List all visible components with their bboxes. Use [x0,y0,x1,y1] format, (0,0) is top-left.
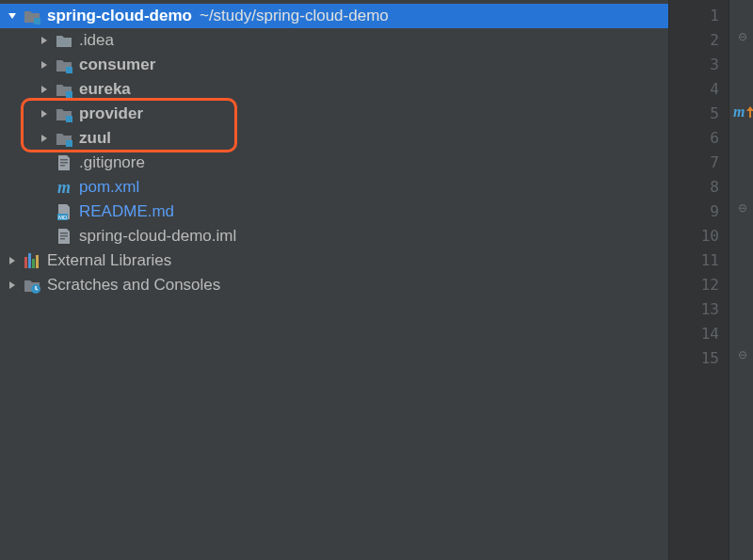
scratches-label: Scratches and Consoles [47,276,220,295]
tree-item-README-md[interactable]: MDREADME.md [0,200,668,224]
libraries-icon [23,251,41,270]
tree-item--idea[interactable]: .idea [0,28,668,53]
svg-rect-11 [60,235,68,237]
folder-grey-icon [55,31,73,50]
chevron-right-icon[interactable] [38,58,51,72]
chevron-right-icon[interactable] [6,279,19,292]
svg-rect-0 [34,18,40,24]
svg-rect-16 [36,255,39,268]
module-icon [55,104,73,123]
line-number: 6 [669,126,719,151]
line-number: 9 [669,200,719,224]
tree-item-label: spring-cloud-demo.iml [79,227,236,246]
line-number: 12 [669,273,719,297]
tree-item-label: .idea [79,31,114,50]
line-number: 4 [669,77,719,102]
module-icon [55,56,73,74]
line-number: 13 [669,297,719,322]
editor-gutter: 123456789101112131415 [668,0,729,560]
tree-item-zuul[interactable]: zuul [0,126,668,151]
file-icon [55,227,73,246]
svg-rect-15 [32,259,35,268]
tree-item-eureka[interactable]: eureka [0,77,668,102]
tree-item-label: provider [79,104,143,123]
chevron-right-icon[interactable] [38,83,51,96]
fold-mark-icon[interactable]: ⊖ [738,201,747,215]
chevron-right-icon[interactable] [38,34,51,47]
svg-rect-14 [28,253,31,268]
line-number: 1 [669,4,719,28]
file-icon [55,153,73,172]
line-number: 7 [669,151,719,175]
line-number: 10 [669,224,719,248]
scratches-icon [23,276,41,295]
tree-item-label: consumer [79,56,155,74]
line-number: 15 [669,346,719,371]
svg-rect-7 [60,165,65,167]
svg-rect-10 [60,232,68,234]
tree-item-consumer[interactable]: consumer [0,53,668,77]
line-number: 14 [669,322,719,346]
external-libraries-label: External Libraries [47,251,171,270]
svg-rect-4 [66,140,72,147]
md-icon: MD [55,202,73,221]
tree-item-label: pom.xml [79,178,139,197]
editor-marker-strip: m ⊖ ⊖ ⊖ [729,0,753,560]
svg-rect-3 [66,116,72,122]
svg-rect-1 [66,67,72,73]
svg-rect-2 [66,91,72,98]
line-number: 8 [669,175,719,200]
chevron-right-icon[interactable] [38,132,51,145]
module-icon [55,80,73,99]
tree-item-label: zuul [79,129,111,148]
tree-item-pom-xml[interactable]: mpom.xml [0,175,668,200]
svg-rect-5 [60,159,68,161]
chevron-down-icon[interactable] [6,9,19,23]
line-number: 2 [669,28,719,53]
tree-item-spring-cloud-demo-iml[interactable]: spring-cloud-demo.iml [0,224,668,248]
fold-mark-icon[interactable]: ⊖ [738,30,747,43]
line-number: 3 [669,53,719,77]
module-icon [55,129,73,148]
svg-rect-6 [60,162,68,164]
tree-item-label: README.md [79,202,174,221]
maven-icon: m [55,178,73,197]
line-number: 5 [669,102,719,126]
tree-root-label: spring-cloud-demo [47,7,192,25]
svg-rect-12 [60,238,65,240]
svg-rect-13 [24,257,27,268]
line-number: 11 [669,248,719,273]
svg-text:MD: MD [58,215,68,220]
tree-item--gitignore[interactable]: .gitignore [0,151,668,175]
chevron-right-icon[interactable] [38,107,51,120]
tree-item-label: eureka [79,80,131,99]
maven-marker-icon: m [733,104,753,120]
tree-item-label: .gitignore [79,153,145,172]
tree-root[interactable]: spring-cloud-demo ~/study/spring-cloud-d… [0,4,668,28]
scratches-and-consoles[interactable]: Scratches and Consoles [0,273,668,297]
fold-mark-icon[interactable]: ⊖ [738,348,747,361]
external-libraries[interactable]: External Libraries [0,248,668,273]
project-folder-icon [23,7,41,25]
tree-item-provider[interactable]: provider [0,102,668,126]
project-tree-panel: spring-cloud-demo ~/study/spring-cloud-d… [0,0,668,560]
tree-root-path: ~/study/spring-cloud-demo [200,7,389,25]
chevron-right-icon[interactable] [6,254,19,267]
